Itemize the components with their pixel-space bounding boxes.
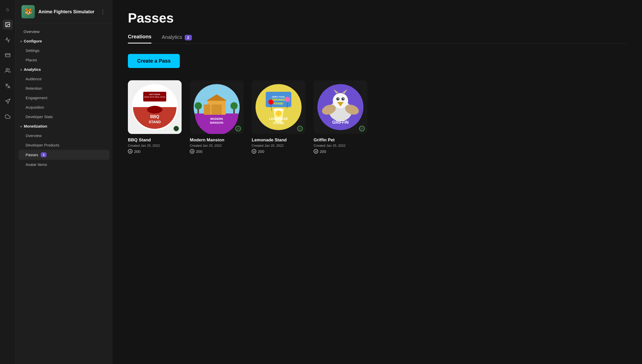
tab-analytics[interactable]: Analytics 2 — [162, 34, 192, 43]
robux-icon-griffin: ⊙ — [314, 149, 318, 154]
monetization-rail-icon[interactable] — [3, 50, 13, 60]
pass-card-griffin-pet[interactable]: GRIFFIN ✓ Griffin Pet Created Jan 25, 20… — [314, 80, 367, 154]
sidebar-section-configure[interactable]: › Configure — [15, 36, 113, 46]
checkmark-lemonade: ✓ — [297, 126, 303, 131]
translate-rail-icon[interactable] — [3, 81, 13, 91]
pass-name-bbq: BBQ Stand — [128, 138, 182, 143]
pass-name-griffin: Griffin Pet — [314, 138, 367, 143]
pass-price-griffin: ⊙ 200 — [314, 149, 367, 154]
sidebar-item-retention[interactable]: Retention — [15, 84, 113, 93]
sidebar-section-analytics[interactable]: › Analytics — [15, 65, 113, 74]
svg-text:LEMONADE: LEMONADE — [269, 117, 288, 121]
pass-thumbnail-lemonade: VERY COOL LEMONADE STAND LE — [252, 80, 305, 134]
passes-badge: 1 — [41, 152, 47, 157]
svg-text:GRIFFIN: GRIFFIN — [332, 120, 349, 124]
analytics-tab-badge: 2 — [185, 35, 192, 40]
sidebar: 🐯 Anime Fighters Simulator ⋮ Overview › … — [15, 0, 113, 364]
svg-point-11 — [147, 106, 162, 113]
robux-icon-bbq: ⊙ — [128, 149, 132, 154]
pass-name-lemonade: Lemonade Stand — [252, 138, 305, 143]
sidebar-item-overview-top[interactable]: Overview — [15, 27, 113, 36]
sidebar-item-settings[interactable]: Settings — [15, 46, 113, 55]
svg-point-51 — [343, 98, 344, 99]
chevron-analytics-icon: › — [20, 67, 22, 72]
svg-text:MANSION: MANSION — [210, 121, 223, 124]
robux-icon-mansion: ⊙ — [190, 149, 194, 154]
svg-text:HOT DOGS: HOT DOGS — [149, 93, 160, 96]
users-rail-icon[interactable] — [3, 65, 13, 76]
sidebar-header: 🐯 Anime Fighters Simulator ⋮ — [15, 0, 113, 24]
svg-rect-2 — [5, 54, 10, 57]
pass-thumbnail-griffin: GRIFFIN ✓ — [314, 80, 367, 134]
image-icon[interactable] — [3, 19, 13, 30]
svg-point-4 — [6, 69, 8, 70]
main-content: Passes Creations Analytics 2 Create a Pa… — [113, 0, 642, 364]
svg-text:MADE WITH REAL DOGS: MADE WITH REAL DOGS — [144, 96, 165, 98]
sidebar-item-avatar-items[interactable]: Avatar Items — [15, 160, 113, 169]
tabs: Creations Analytics 2 — [128, 34, 627, 44]
icon-rail: ⌂ — [0, 0, 15, 364]
sidebar-item-developer-stats[interactable]: Developer Stats — [15, 112, 113, 121]
checkmark-bbq: ✓ — [173, 126, 179, 131]
pass-date-griffin: Created Jan 25, 2022 — [314, 144, 367, 147]
sidebar-nav: Overview › Configure Settings Places › A… — [15, 24, 113, 172]
chevron-configure-icon: › — [20, 39, 22, 43]
pass-price-lemonade: ⊙ 200 — [252, 149, 305, 154]
pass-card-lemonade-stand[interactable]: VERY COOL LEMONADE STAND LE — [252, 80, 305, 154]
sidebar-item-overview[interactable]: Overview — [15, 131, 113, 140]
checkmark-mansion: ✓ — [235, 126, 241, 131]
svg-point-21 — [195, 102, 202, 109]
marketing-rail-icon[interactable] — [3, 96, 13, 106]
page-title: Passes — [128, 10, 627, 26]
svg-text:VERY COOL: VERY COOL — [272, 96, 285, 98]
create-pass-button[interactable]: Create a Pass — [128, 54, 180, 68]
sidebar-item-places[interactable]: Places — [15, 55, 113, 65]
cloud-rail-icon[interactable] — [3, 111, 13, 122]
pass-name-mansion: Modern Mansion — [190, 138, 243, 143]
sidebar-item-developer-products[interactable]: Developer Products — [15, 140, 113, 150]
analytics-rail-icon[interactable] — [3, 35, 13, 45]
svg-point-23 — [230, 102, 238, 109]
svg-point-50 — [338, 98, 339, 99]
svg-rect-18 — [212, 105, 222, 115]
sidebar-item-engagement[interactable]: Engagement — [15, 93, 113, 103]
pass-thumbnail-bbq: HOT DOGS MADE WITH REAL DOGS BBQ STAND ✓ — [128, 80, 182, 134]
svg-text:STAND: STAND — [274, 102, 283, 105]
passes-grid: HOT DOGS MADE WITH REAL DOGS BBQ STAND ✓… — [128, 80, 627, 154]
svg-text:BBQ: BBQ — [150, 115, 159, 119]
svg-text:STAND: STAND — [273, 121, 284, 125]
home-icon[interactable]: ⌂ — [3, 4, 13, 14]
pass-date-bbq: Created Jan 25, 2022 — [128, 144, 182, 147]
pass-thumbnail-mansion: MODERN MANSION ✓ — [190, 80, 243, 134]
sidebar-item-audience[interactable]: Audience — [15, 74, 113, 84]
game-title: Anime Fighters Simulator — [38, 9, 96, 15]
chevron-monetization-icon: › — [20, 124, 22, 128]
checkmark-griffin: ✓ — [359, 126, 365, 131]
more-button[interactable]: ⋮ — [99, 8, 106, 16]
svg-point-38 — [285, 97, 290, 102]
svg-text:STAND: STAND — [149, 120, 161, 124]
tab-creations[interactable]: Creations — [128, 34, 151, 43]
pass-price-bbq: ⊙ 200 — [128, 149, 182, 154]
svg-point-1 — [6, 23, 7, 24]
sidebar-item-acquisition[interactable]: Acquisition — [15, 103, 113, 112]
sidebar-section-monetization[interactable]: › Monetization — [15, 121, 113, 131]
pass-card-modern-mansion[interactable]: MODERN MANSION ✓ Modern Mansion Created … — [190, 80, 243, 154]
svg-text:MODERN: MODERN — [211, 117, 223, 120]
pass-date-lemonade: Created Jan 25, 2022 — [252, 144, 305, 147]
pass-date-mansion: Created Jan 25, 2022 — [190, 144, 243, 147]
pass-price-mansion: ⊙ 200 — [190, 149, 243, 154]
pass-card-bbq-stand[interactable]: HOT DOGS MADE WITH REAL DOGS BBQ STAND ✓… — [128, 80, 182, 154]
svg-rect-17 — [204, 105, 210, 115]
game-avatar: 🐯 — [21, 5, 35, 18]
svg-point-37 — [268, 99, 273, 105]
sidebar-item-passes[interactable]: Passes 1 — [18, 150, 109, 160]
robux-icon-lemonade: ⊙ — [252, 149, 256, 154]
